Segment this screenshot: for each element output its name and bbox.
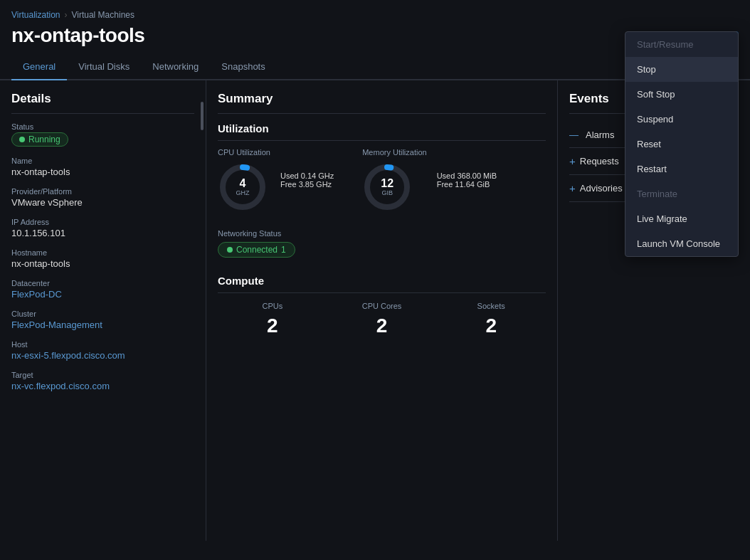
- dropdown-item-start-resume: Start/Resume: [625, 32, 738, 57]
- cpu-value: 4: [236, 178, 250, 189]
- connected-badge: Connected 1: [218, 242, 295, 258]
- status-value: Running: [28, 134, 60, 144]
- cpu-used-label: Used: [280, 171, 299, 180]
- name-label: Name: [11, 157, 194, 165]
- status-row: Status Running: [11, 122, 194, 147]
- details-title: Details: [11, 92, 194, 114]
- dropdown-item-reset[interactable]: Reset: [625, 132, 738, 157]
- memory-utilization-item: Memory Utilization 12 GIB Used 368.00 Mi: [362, 148, 497, 212]
- provider-row: Provider/Platform VMware vSphere: [11, 187, 194, 208]
- datacenter-row: Datacenter FlexPod-DC: [11, 279, 194, 300]
- cpu-circle: 4 GHZ: [218, 162, 268, 212]
- utilization-row: CPU Utilization 4 GHZ Used 0.14 GHz: [218, 148, 546, 212]
- datacenter-value[interactable]: FlexPod-DC: [11, 289, 194, 300]
- ip-value: 10.1.156.101: [11, 228, 194, 238]
- host-row: Host nx-esxi-5.flexpod.cisco.com: [11, 340, 194, 361]
- dropdown-item-terminate: Terminate: [625, 181, 738, 206]
- memory-free-value: 11.64 GiB: [455, 180, 490, 189]
- cpu-used-value: 0.14 GHz: [301, 171, 334, 180]
- breadcrumb-separator: ›: [64, 10, 67, 20]
- cluster-label: Cluster: [11, 310, 194, 318]
- cpu-unit: GHZ: [236, 189, 250, 197]
- dropdown-item-stop[interactable]: Stop: [625, 57, 738, 82]
- dropdown-item-live-migrate[interactable]: Live Migrate: [625, 206, 738, 231]
- sockets-value: 2: [436, 315, 546, 337]
- cpu-details: Used 0.14 GHz Free 3.85 GHz: [280, 171, 334, 189]
- status-dot: [19, 137, 25, 142]
- tab-networking[interactable]: Networking: [141, 54, 210, 80]
- ip-label: IP Address: [11, 218, 194, 226]
- cpu-free-value: 3.85 GHz: [299, 180, 332, 189]
- summary-panel: Summary Utilization CPU Utilization 4 GH…: [206, 80, 558, 541]
- memory-free-label: Free: [437, 180, 453, 189]
- target-row: Target nx-vc.flexpod.cisco.com: [11, 371, 194, 391]
- name-value: nx-ontap-tools: [11, 167, 194, 177]
- hostname-label: Hostname: [11, 248, 194, 257]
- datacenter-label: Datacenter: [11, 279, 194, 287]
- memory-circle: 12 GIB: [362, 162, 412, 212]
- cpu-utilization-item: CPU Utilization 4 GHZ Used 0.14 GHz: [218, 148, 334, 212]
- breadcrumb-virtualization[interactable]: Virtualization: [11, 10, 60, 20]
- hostname-row: Hostname nx-ontap-tools: [11, 248, 194, 269]
- cluster-row: Cluster FlexPod-Management: [11, 310, 194, 330]
- breadcrumb: Virtualization › Virtual Machines: [0, 0, 750, 23]
- dropdown-item-restart[interactable]: Restart: [625, 157, 738, 181]
- requests-plus-icon[interactable]: +: [569, 155, 576, 167]
- memory-used-value: 368.00 MiB: [457, 171, 497, 180]
- summary-title: Summary: [218, 92, 546, 114]
- dropdown-item-soft-stop[interactable]: Soft Stop: [625, 82, 738, 107]
- connected-status: Connected: [236, 245, 278, 255]
- advisories-plus-icon[interactable]: +: [569, 182, 576, 194]
- name-row: Name nx-ontap-tools: [11, 157, 194, 177]
- dropdown-item-launch-vm-console[interactable]: Launch VM Console: [625, 231, 738, 256]
- status-label: Status: [11, 122, 194, 131]
- hostname-value: nx-ontap-tools: [11, 258, 194, 269]
- host-label: Host: [11, 340, 194, 349]
- cluster-value[interactable]: FlexPod-Management: [11, 319, 194, 330]
- memory-value: 12: [381, 178, 394, 189]
- compute-title: Compute: [218, 275, 546, 293]
- scroll-indicator: [201, 102, 204, 130]
- target-value[interactable]: nx-vc.flexpod.cisco.com: [11, 381, 194, 391]
- cpu-cores-item: CPU Cores 2: [327, 302, 437, 337]
- alarms-dash: —: [569, 130, 579, 140]
- cpu-subtitle: CPU Utilization: [218, 148, 270, 157]
- connected-dot: [227, 247, 233, 253]
- connected-count: 1: [281, 245, 286, 255]
- memory-unit: GIB: [381, 189, 394, 197]
- advisories-label-row: + Advisories: [569, 182, 623, 194]
- sockets-item: Sockets 2: [436, 302, 546, 337]
- actions-dropdown: Start/Resume Stop Soft Stop Suspend Rese…: [625, 31, 739, 257]
- details-panel: Details Status Running Name nx-ontap-too…: [0, 80, 206, 541]
- cpu-cores-label: CPU Cores: [327, 302, 437, 310]
- ip-row: IP Address 10.1.156.101: [11, 218, 194, 238]
- provider-value: VMware vSphere: [11, 197, 194, 208]
- sockets-label: Sockets: [436, 302, 546, 310]
- tab-virtual-disks[interactable]: Virtual Disks: [67, 54, 141, 80]
- status-badge: Running: [11, 132, 68, 147]
- dropdown-item-suspend[interactable]: Suspend: [625, 107, 738, 132]
- compute-row: CPUs 2 CPU Cores 2 Sockets 2: [218, 302, 546, 337]
- networking-label: Networking Status: [218, 229, 546, 238]
- tab-snapshots[interactable]: Snapshots: [210, 54, 276, 80]
- memory-details: Used 368.00 MiB Free 11.64 GiB: [437, 171, 497, 189]
- cpus-value: 2: [218, 315, 327, 337]
- utilization-title: Utilization: [218, 122, 546, 141]
- provider-label: Provider/Platform: [11, 187, 194, 196]
- alarms-label: Alarms: [586, 130, 614, 140]
- requests-label: Requests: [580, 156, 619, 167]
- host-value[interactable]: nx-esxi-5.flexpod.cisco.com: [11, 350, 194, 361]
- cpu-cores-value: 2: [327, 315, 437, 337]
- cpus-label: CPUs: [218, 302, 327, 310]
- advisories-label: Advisories: [580, 183, 623, 194]
- requests-label-row: + Requests: [569, 155, 619, 167]
- memory-used-label: Used: [437, 171, 455, 180]
- breadcrumb-current: Virtual Machines: [71, 10, 134, 20]
- tab-general[interactable]: General: [11, 54, 67, 80]
- memory-subtitle: Memory Utilization: [362, 148, 426, 157]
- target-label: Target: [11, 371, 194, 379]
- cpus-item: CPUs 2: [218, 302, 327, 337]
- alarms-label-row: — Alarms: [569, 130, 614, 140]
- cpu-free-label: Free: [280, 180, 297, 189]
